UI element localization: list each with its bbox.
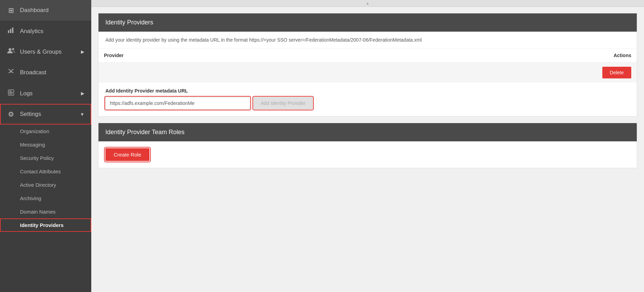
identity-providers-section: Identity Providers Add your identity pro…	[98, 13, 637, 117]
sidebar-item-label: Users & Groups	[20, 48, 62, 55]
svg-rect-9	[9, 94, 12, 94]
section-title: Identity Provider Team Roles	[105, 129, 185, 136]
sidebar-item-label: Broadcast	[20, 69, 46, 76]
settings-submenu: Organization Messaging Security Policy C…	[0, 125, 91, 232]
delete-button[interactable]: Delete	[602, 67, 631, 78]
sidebar-item-messaging[interactable]: Messaging	[0, 138, 91, 151]
identity-providers-header: Identity Providers	[98, 13, 637, 32]
svg-rect-7	[9, 91, 12, 91]
svg-point-4	[12, 48, 14, 50]
submenu-label: Identity Providers	[20, 222, 64, 228]
submenu-label: Messaging	[20, 142, 45, 148]
section-title: Identity Providers	[105, 19, 153, 26]
add-provider-row: Add Identity Provider	[105, 97, 630, 109]
analytics-icon	[7, 27, 15, 35]
team-roles-section: Identity Provider Team Roles Create Role	[98, 123, 637, 168]
sidebar-item-identity-providers[interactable]: Identity Providers	[0, 218, 91, 232]
logs-icon	[7, 89, 15, 98]
actions-column-header: Actions	[331, 48, 637, 63]
create-role-button[interactable]: Create Role	[105, 148, 149, 161]
users-icon	[7, 48, 15, 56]
sidebar-item-active-directory[interactable]: Active Directory	[0, 178, 91, 192]
add-provider-label: Add Identity Provider metadata URL	[105, 88, 630, 94]
dashboard-icon: ⊞	[7, 6, 15, 14]
submenu-label: Security Policy	[20, 155, 54, 161]
sidebar-item-label: Logs	[20, 90, 33, 97]
sidebar-item-label: Settings	[20, 111, 41, 118]
svg-rect-8	[9, 92, 13, 93]
table-row: Delete	[98, 63, 637, 83]
sidebar-item-users-groups[interactable]: Users & Groups ▶	[0, 42, 91, 62]
svg-rect-0	[8, 30, 9, 33]
broadcast-icon	[7, 68, 15, 77]
sidebar-item-settings[interactable]: ⚙ Settings ▼	[0, 104, 91, 125]
sidebar-item-security-policy[interactable]: Security Policy	[0, 151, 91, 165]
sidebar-item-contact-attributes[interactable]: Contact Attributes	[0, 165, 91, 178]
sidebar-item-label: Dashboard	[20, 7, 49, 14]
svg-point-5	[10, 71, 12, 73]
sidebar-item-label: Analytics	[20, 28, 43, 35]
metadata-url-input[interactable]	[105, 97, 250, 109]
chevron-down-icon: ▼	[80, 112, 84, 117]
submenu-label: Contact Attributes	[20, 169, 61, 174]
main-content: Identity Providers Add your identity pro…	[91, 0, 644, 292]
actions-cell: Delete	[331, 63, 637, 83]
submenu-label: Archiving	[20, 195, 41, 201]
add-identity-provider-button[interactable]: Add Identity Provider	[253, 97, 313, 109]
svg-point-3	[9, 48, 11, 51]
sidebar-item-organization[interactable]: Organization	[0, 125, 91, 138]
scroll-up-indicator[interactable]	[91, 0, 644, 7]
submenu-label: Domain Names	[20, 209, 55, 215]
svg-rect-1	[10, 29, 11, 33]
identity-providers-description: Add your identity provider by using the …	[98, 32, 637, 48]
sidebar-item-logs[interactable]: Logs ▶	[0, 83, 91, 104]
chevron-right-icon: ▶	[81, 49, 84, 54]
provider-cell	[98, 63, 331, 83]
sidebar-item-domain-names[interactable]: Domain Names	[0, 205, 91, 218]
settings-icon: ⚙	[7, 110, 15, 118]
sidebar-item-archiving[interactable]: Archiving	[0, 192, 91, 205]
submenu-label: Organization	[20, 128, 49, 134]
sidebar-item-broadcast[interactable]: Broadcast	[0, 62, 91, 83]
svg-rect-2	[12, 28, 13, 33]
chevron-right-icon: ▶	[81, 91, 84, 96]
sidebar-item-dashboard[interactable]: ⊞ Dashboard	[0, 0, 91, 21]
provider-column-header: Provider	[98, 48, 331, 63]
team-roles-body: Create Role	[98, 141, 637, 168]
sidebar-item-analytics[interactable]: Analytics	[0, 21, 91, 42]
sidebar: ⊞ Dashboard Analytics Users & Groups ▶ B…	[0, 0, 91, 292]
provider-table: Provider Actions Delete	[98, 48, 637, 83]
add-provider-form: Add Identity Provider metadata URL Add I…	[98, 83, 637, 116]
team-roles-header: Identity Provider Team Roles	[98, 123, 637, 141]
submenu-label: Active Directory	[20, 182, 56, 188]
